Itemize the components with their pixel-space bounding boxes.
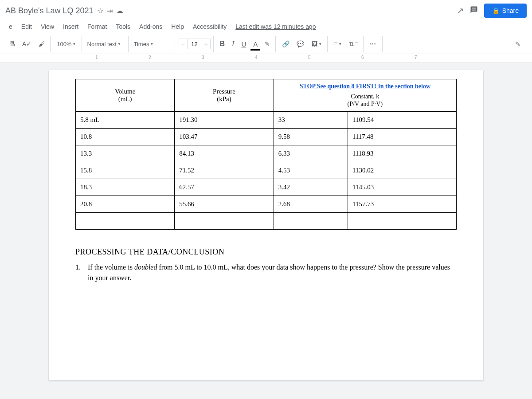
ruler-mark: 5 bbox=[308, 55, 311, 60]
constant-label: Constant, k bbox=[351, 93, 379, 100]
page[interactable]: Volume (mL) Pressure (kPa) STOP See ques… bbox=[49, 70, 483, 380]
ruler-mark: 7 bbox=[415, 55, 417, 60]
underline-button[interactable]: U bbox=[239, 39, 249, 50]
table-row: 15.871.524.531130.02 bbox=[76, 162, 457, 179]
font-size-increase[interactable]: + bbox=[202, 39, 211, 49]
comment-icon[interactable]: 💬 bbox=[294, 39, 307, 49]
header-constant: STOP See question 8 FIRST! In the sectio… bbox=[274, 79, 456, 112]
font-select[interactable]: Times ▼ bbox=[132, 40, 172, 48]
data-table[interactable]: Volume (mL) Pressure (kPa) STOP See ques… bbox=[75, 79, 457, 230]
move-icon[interactable]: ⇥ bbox=[107, 7, 113, 15]
ruler-mark: 6 bbox=[361, 55, 364, 60]
section-heading[interactable]: PROCESSING THE DATA/CONCLUSION bbox=[75, 247, 457, 257]
menu-insert[interactable]: Insert bbox=[59, 21, 82, 32]
lock-icon: 🔒 bbox=[492, 7, 500, 14]
table-row: 20.855.662.681157.73 bbox=[76, 196, 457, 213]
text-color-button[interactable]: A bbox=[250, 39, 260, 50]
zoom-select[interactable]: 100% ▼ bbox=[54, 39, 78, 49]
right-actions: ↗ 🔒 Share bbox=[457, 4, 527, 18]
table-header-row: Volume (mL) Pressure (kPa) STOP See ques… bbox=[76, 79, 457, 112]
ruler-mark: 4 bbox=[255, 55, 258, 60]
question-1[interactable]: 1. If the volume is doubled from 5.0 mL … bbox=[75, 262, 457, 283]
share-button[interactable]: 🔒 Share bbox=[484, 4, 527, 18]
menu-file[interactable]: e bbox=[5, 21, 16, 32]
editing-mode-icon[interactable]: ✎ bbox=[512, 39, 523, 49]
menu-format[interactable]: Format bbox=[84, 21, 110, 32]
align-icon[interactable]: ≡ ▼ bbox=[331, 39, 344, 49]
header-volume: Volume (mL) bbox=[76, 79, 175, 112]
more-button[interactable]: ⋯ bbox=[367, 39, 379, 49]
title-bar: AB Boyle's Law LQ 2021 ☆ ⇥ ☁ ↗ 🔒 Share bbox=[0, 0, 532, 21]
last-edit-link[interactable]: Last edit was 12 minutes ago bbox=[235, 23, 316, 30]
menu-edit[interactable]: Edit bbox=[18, 21, 35, 32]
menu-bar: e Edit View Insert Format Tools Add-ons … bbox=[0, 21, 532, 34]
stop-note: STOP See question 8 FIRST! In the sectio… bbox=[278, 83, 452, 90]
link-icon[interactable]: 🔗 bbox=[279, 39, 292, 49]
ruler-mark: 3 bbox=[202, 55, 204, 60]
menu-addons[interactable]: Add-ons bbox=[136, 21, 166, 32]
star-icon[interactable]: ☆ bbox=[97, 7, 103, 15]
toolbar: 🖶 A✓ 🖌 100% ▼ Normal text ▼ Times ▼ − + … bbox=[0, 34, 532, 54]
menu-view[interactable]: View bbox=[37, 21, 58, 32]
print-icon[interactable]: 🖶 bbox=[6, 39, 18, 49]
question-number: 1. bbox=[75, 262, 86, 273]
paragraph-style-select[interactable]: Normal text ▼ bbox=[86, 40, 125, 48]
menu-help[interactable]: Help bbox=[168, 21, 188, 32]
table-row: 18.362.573.421145.03 bbox=[76, 179, 457, 196]
image-icon[interactable]: 🖼 ▼ bbox=[309, 39, 325, 49]
document-canvas[interactable]: Volume (mL) Pressure (kPa) STOP See ques… bbox=[0, 63, 532, 399]
comment-history-icon[interactable] bbox=[470, 6, 478, 16]
table-row bbox=[76, 213, 457, 230]
title-icons: ☆ ⇥ ☁ bbox=[97, 7, 123, 15]
font-size-decrease[interactable]: − bbox=[179, 39, 188, 49]
constant-sub: (P/V and P·V) bbox=[348, 101, 383, 107]
document-title[interactable]: AB Boyle's Law LQ 2021 bbox=[5, 6, 94, 16]
font-size-input[interactable] bbox=[188, 39, 202, 49]
header-pressure: Pressure (kPa) bbox=[175, 79, 274, 112]
table-row: 13.384.136.331118.93 bbox=[76, 145, 457, 162]
table-row: 10.8103.479.581117.48 bbox=[76, 129, 457, 145]
paint-format-icon[interactable]: 🖌 bbox=[36, 39, 47, 49]
italic-button[interactable]: I bbox=[229, 38, 237, 50]
table-row: 5.8 mL191.30331109.54 bbox=[76, 112, 457, 129]
bold-button[interactable]: B bbox=[217, 38, 228, 50]
ruler[interactable]: 1 2 3 4 5 6 7 bbox=[0, 54, 532, 63]
ruler-mark: 2 bbox=[149, 55, 151, 60]
activity-icon[interactable]: ↗ bbox=[457, 6, 464, 16]
ruler-mark: 1 bbox=[95, 55, 98, 60]
spellcheck-icon[interactable]: A✓ bbox=[20, 39, 34, 49]
menu-accessibility[interactable]: Accessibility bbox=[189, 21, 230, 32]
cloud-icon[interactable]: ☁ bbox=[116, 7, 123, 15]
line-spacing-icon[interactable]: ⇅≡ bbox=[346, 39, 360, 49]
highlight-icon[interactable]: ✎ bbox=[262, 39, 273, 49]
menu-tools[interactable]: Tools bbox=[112, 21, 134, 32]
share-label: Share bbox=[502, 7, 519, 14]
